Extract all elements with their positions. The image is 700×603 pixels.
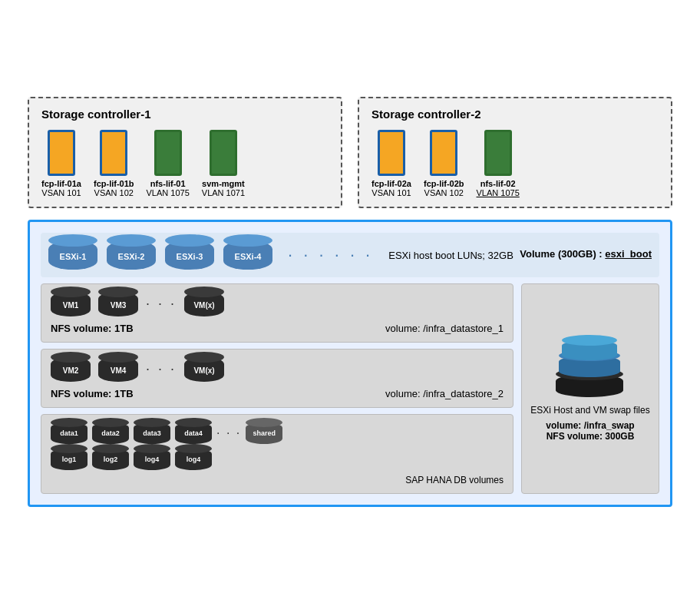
esxi-disk-1-label: ESXi-1 (60, 252, 87, 261)
nfs-lif-01-icon (154, 130, 182, 176)
nfs2-size-label: NFS volume: 1TB (51, 388, 134, 399)
lif-fcp-02b: fcp-lif-02b VSAN 102 (424, 130, 464, 197)
vmx2-disk: VM(x) (184, 357, 224, 382)
nfs-lif-01-label: nfs-lif-01 (150, 179, 186, 188)
sap-data3: data3 (134, 422, 170, 444)
controller-1-lifs: fcp-lif-01a VSAN 101 fcp-lif-01b VSAN 10… (41, 130, 329, 197)
esxi-disk-2: ESXi-2 (107, 240, 156, 270)
esxi-hosts: ESXi-1 ESXi-2 ESXi-3 ESXi-4 (48, 240, 373, 270)
esxi-disk-2-label: ESXi-2 (118, 252, 145, 261)
controller-1-title: Storage controller-1 (41, 108, 329, 121)
sap-data2: data2 (92, 422, 129, 444)
vm4-label: VM4 (111, 366, 127, 375)
sap-data4: data4 (175, 422, 212, 444)
vm1-label: VM1 (63, 301, 79, 310)
swap-panel: ESXi Host and VM swap files volume: /inf… (521, 283, 659, 494)
nfs-row-2: VM2 VM4 · · · VM(x) NFS volume: 1TB volu… (41, 349, 513, 408)
lif-nfs-01: nfs-lif-01 VLAN 1075 (147, 130, 190, 197)
esxi-volume-name: esxi_boot (605, 248, 652, 260)
fcp-lif-02a-label: fcp-lif-02a (371, 179, 411, 188)
fcp-lif-01a-icon (48, 130, 75, 176)
svm-mgmt-label: svm-mgmt (202, 179, 245, 188)
sap-log1-label: log1 (62, 456, 77, 463)
esxi-info: ESXi host boot LUNs; 32GB Volume (300GB)… (388, 248, 652, 262)
lif-fcp-01b: fcp-lif-01b VSAN 102 (94, 130, 134, 197)
vm1-disk: VM1 (51, 292, 91, 316)
vmx1-disk: VM(x) (184, 292, 224, 316)
sap-log4b-label: log4 (187, 456, 201, 463)
sap-data4-label: data4 (184, 429, 203, 437)
controller-2-lifs: fcp-lif-02a VSAN 101 fcp-lif-02b VSAN 10… (371, 130, 659, 197)
fcp-lif-01a-label: fcp-lif-01a (41, 179, 81, 188)
nfs-lif-02-label: nfs-lif-02 (480, 179, 516, 188)
nfs1-size-label: NFS volume: 1TB (51, 323, 134, 334)
bottom-section: ESXi-1 ESXi-2 ESXi-3 ESXi-4 (28, 220, 672, 507)
nfs1-volume-label: volume: /infra_datastore_1 (385, 323, 504, 334)
sap-data1: data1 (51, 422, 88, 444)
esxi-host-4: ESXi-4 (223, 240, 272, 270)
left-volumes: VM1 VM3 · · · VM(x) NFS volume: 1TB volu… (41, 283, 513, 494)
sap-data-row: data1 data2 data3 data4 · · · (51, 422, 504, 444)
nfs-lif-02-vlan: VLAN 1075 (477, 188, 520, 197)
esxi-boot-row: ESXi-1 ESXi-2 ESXi-3 ESXi-4 (41, 233, 659, 277)
vm-row2-dots: · · · (146, 361, 177, 377)
esxi-volume-text: Volume (300GB) : esxi_boot (520, 248, 652, 260)
esxi-disk-3: ESXi-3 (165, 240, 214, 270)
nfs-lif-02-icon (484, 130, 512, 176)
swap-volume-path: volume: /infra_swap (546, 420, 634, 431)
sap-shared-label: shared (253, 429, 276, 437)
nfs-row-1: VM1 VM3 · · · VM(x) NFS volume: 1TB volu… (41, 283, 513, 343)
sap-hana-section: data1 data2 data3 data4 · · · (41, 414, 513, 494)
esxi-more-dots: · · · · · · (288, 245, 373, 265)
sap-shared: shared (246, 422, 282, 444)
nfs2-volume-label: volume: /infra_datastore_2 (385, 388, 504, 399)
swap-disk-bottom (556, 374, 623, 397)
fcp-lif-01b-icon (100, 130, 127, 176)
swap-description-text: ESXi Host and VM swap files (530, 405, 649, 416)
esxi-boot-text: ESXi host boot LUNs; 32GB (388, 250, 513, 261)
lif-fcp-01a: fcp-lif-01a VSAN 101 (41, 130, 81, 197)
swap-disk-stack (556, 336, 625, 397)
sap-log4a: log4 (134, 449, 170, 470)
sap-data3-label: data3 (143, 429, 161, 437)
fcp-lif-01b-label: fcp-lif-01b (94, 179, 134, 188)
main-container: Storage controller-1 fcp-lif-01a VSAN 10… (20, 89, 680, 515)
sap-log4b: log4 (175, 449, 212, 470)
fcp-lif-01b-vlan: VSAN 102 (94, 188, 134, 197)
fcp-lif-02b-icon (430, 130, 457, 176)
esxi-host-3: ESXi-3 (165, 240, 214, 270)
sap-log2-label: log2 (104, 456, 118, 463)
fcp-lif-02a-vlan: VSAN 101 (371, 188, 411, 197)
sap-log-row: log1 log2 log4 log4 (51, 449, 504, 470)
esxi-host-2: ESXi-2 (107, 240, 156, 270)
vm2-label: VM2 (63, 366, 79, 375)
vm-row-2: VM2 VM4 · · · VM(x) (51, 357, 504, 382)
nfs2-labels: NFS volume: 1TB volume: /infra_datastore… (51, 388, 504, 399)
sap-data-dots: · · · (216, 426, 241, 440)
sap-data1-label: data1 (60, 429, 78, 437)
sap-log2: log2 (92, 449, 129, 470)
vm4-disk: VM4 (98, 357, 138, 382)
lif-fcp-02a: fcp-lif-02a VSAN 101 (371, 130, 411, 197)
nfs-lif-01-vlan: VLAN 1075 (147, 188, 190, 197)
sap-log1: log1 (51, 449, 88, 470)
swap-disk-top (562, 340, 617, 360)
fcp-lif-01a-vlan: VSAN 101 (41, 188, 81, 197)
sap-log4a-label: log4 (145, 456, 160, 463)
storage-controllers: Storage controller-1 fcp-lif-01a VSAN 10… (28, 97, 672, 208)
esxi-disk-4-label: ESXi-4 (235, 252, 262, 261)
esxi-disk-1: ESXi-1 (48, 240, 97, 270)
esxi-disk-3-label: ESXi-3 (177, 252, 203, 261)
controller-2-title: Storage controller-2 (371, 108, 659, 121)
storage-controller-2: Storage controller-2 fcp-lif-02a VSAN 10… (358, 97, 672, 208)
lif-nfs-02: nfs-lif-02 VLAN 1075 (477, 130, 520, 197)
sap-data2-label: data2 (101, 429, 120, 437)
vmx2-label: VM(x) (193, 366, 214, 375)
vm-row1-dots: · · · (146, 296, 177, 312)
lower-section: VM1 VM3 · · · VM(x) NFS volume: 1TB volu… (41, 283, 659, 494)
fcp-lif-02b-label: fcp-lif-02b (424, 179, 464, 188)
vmx1-label: VM(x) (193, 301, 214, 310)
swap-nfs-label: NFS volume: 300GB (546, 431, 635, 442)
storage-controller-1: Storage controller-1 fcp-lif-01a VSAN 10… (28, 97, 342, 208)
nfs1-labels: NFS volume: 1TB volume: /infra_datastore… (51, 323, 504, 334)
